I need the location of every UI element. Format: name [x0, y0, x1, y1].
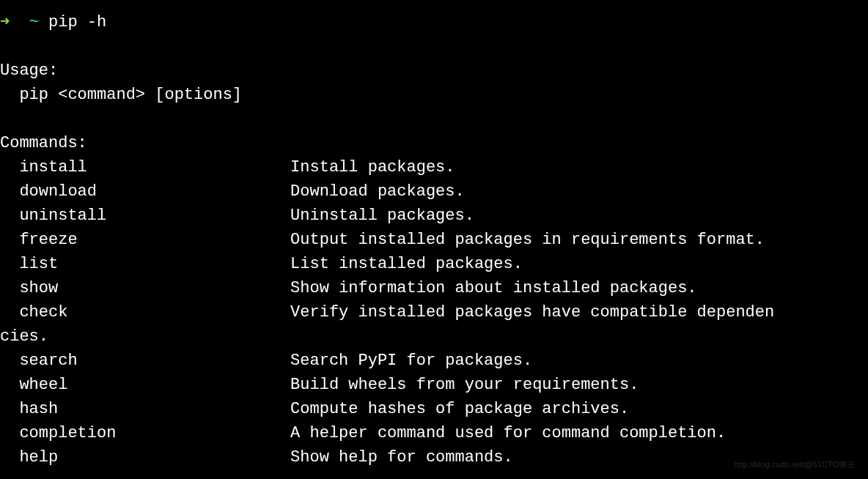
command-desc: Download packages. — [290, 182, 465, 201]
command-row: help Show help for commands. — [0, 448, 513, 467]
command-name: show — [19, 279, 58, 297]
command-desc: A helper command used for command comple… — [290, 424, 726, 442]
watermark-text: http://blog.csdn.net/@51CTO博主 — [735, 458, 855, 471]
command-name: uninstall — [19, 207, 106, 225]
command-desc: Output installed packages in requirement… — [290, 231, 765, 249]
command-text: pip -h — [48, 13, 106, 31]
usage-header: Usage: — [0, 62, 58, 80]
command-row: search Search PyPI for packages. — [0, 352, 532, 370]
command-name: freeze — [19, 231, 77, 249]
commands-header: Commands: — [0, 134, 87, 152]
command-row: hash Compute hashes of package archives. — [0, 400, 629, 418]
command-desc: Show information about installed package… — [290, 279, 697, 297]
command-row: install Install packages. — [0, 158, 455, 177]
command-name: search — [19, 352, 77, 370]
command-desc: Compute hashes of package archives. — [290, 400, 629, 418]
command-row: completion A helper command used for com… — [0, 424, 726, 442]
command-row: uninstall Uninstall packages. — [0, 207, 474, 225]
command-row: wheel Build wheels from your requirement… — [0, 376, 639, 394]
command-desc: Show help for commands. — [290, 448, 513, 467]
command-name: download — [19, 182, 97, 201]
command-row: show Show information about installed pa… — [0, 279, 697, 297]
usage-line: pip <command> [options] — [0, 86, 242, 104]
command-row: list List installed packages. — [0, 255, 523, 273]
command-name: check — [19, 303, 67, 322]
command-desc: Uninstall packages. — [290, 207, 474, 225]
command-wrap: cies. — [0, 327, 48, 346]
command-row: download Download packages. — [0, 182, 465, 201]
command-desc: Install packages. — [290, 158, 455, 177]
command-name: hash — [19, 400, 58, 418]
command-desc: List installed packages. — [290, 255, 523, 273]
command-desc: Build wheels from your requirements. — [290, 376, 639, 394]
command-row: check Verify installed packages have com… — [0, 303, 774, 322]
command-name: install — [19, 158, 87, 177]
command-desc: Verify installed packages have compatibl… — [290, 303, 774, 322]
prompt-line[interactable]: ➜ ~ pip -h — [0, 13, 106, 31]
command-desc: Search PyPI for packages. — [290, 352, 532, 370]
terminal-output: ➜ ~ pip -h Usage: pip <command> [options… — [0, 0, 868, 469]
command-name: list — [19, 255, 58, 273]
prompt-path: ~ — [29, 13, 39, 31]
command-name: wheel — [19, 376, 67, 394]
command-row: freeze Output installed packages in requ… — [0, 231, 765, 249]
command-name: completion — [19, 424, 116, 442]
command-name: help — [19, 448, 58, 467]
prompt-arrow-icon: ➜ — [0, 13, 10, 31]
